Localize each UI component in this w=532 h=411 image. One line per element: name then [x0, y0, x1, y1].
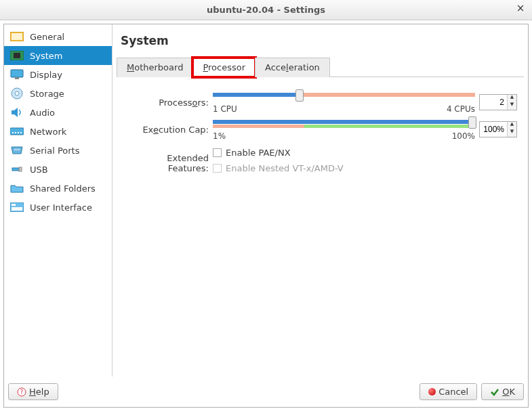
- checkbox-icon: [213, 164, 222, 173]
- spin-down-button[interactable]: ▼: [508, 102, 516, 110]
- svg-rect-3: [14, 53, 20, 58]
- svg-rect-9: [10, 128, 24, 135]
- sidebar-item-label: Network: [30, 127, 66, 137]
- enable-pae-nx-checkbox[interactable]: Enable PAE/NX: [213, 148, 517, 158]
- checkbox-icon: [213, 148, 222, 157]
- svg-marker-8: [12, 108, 18, 117]
- window-title: ubuntu-20.04 - Settings: [207, 5, 325, 15]
- processors-slider[interactable]: 1 CPU 4 CPUs: [213, 91, 475, 114]
- svg-rect-4: [11, 70, 23, 77]
- settings-window: ubuntu-20.04 - Settings × General System: [0, 0, 532, 411]
- processors-value-input[interactable]: [480, 95, 507, 110]
- svg-rect-10: [12, 132, 14, 133]
- sidebar-item-storage[interactable]: Storage: [4, 84, 112, 103]
- sidebar-item-general[interactable]: General: [4, 27, 112, 46]
- cancel-label: Cancel: [438, 387, 468, 397]
- svg-point-7: [15, 91, 19, 95]
- checkbox-label: Enable PAE/NX: [226, 148, 291, 158]
- sidebar-item-shared-folders[interactable]: Shared Folders: [4, 179, 112, 198]
- svg-rect-12: [18, 132, 19, 133]
- user-interface-icon: [9, 202, 24, 213]
- help-icon: ?: [17, 387, 26, 397]
- serial-ports-icon: [9, 145, 24, 156]
- tab-processor[interactable]: Processor: [192, 58, 255, 77]
- exec-cap-max-label: 100%: [452, 131, 475, 141]
- main-panel: System Motherboard Processor Acceleratio…: [112, 24, 528, 376]
- execution-cap-spinbox[interactable]: ▲ ▼: [479, 121, 517, 137]
- cancel-icon: [428, 388, 436, 395]
- tab-motherboard[interactable]: Motherboard: [117, 58, 193, 77]
- sidebar-item-display[interactable]: Display: [4, 65, 112, 84]
- sidebar-item-system[interactable]: System: [4, 46, 112, 65]
- sidebar-item-label: USB: [30, 165, 48, 175]
- svg-rect-1: [12, 33, 22, 40]
- svg-rect-19: [19, 167, 22, 171]
- ok-button[interactable]: OK: [481, 383, 524, 400]
- sidebar-item-network[interactable]: Network: [4, 122, 112, 141]
- exec-cap-min-label: 1%: [213, 131, 226, 141]
- titlebar: ubuntu-20.04 - Settings ×: [0, 0, 532, 20]
- extended-features-label: Extended Features:: [123, 153, 213, 173]
- page-title: System: [121, 34, 524, 47]
- sidebar-item-label: Display: [30, 70, 62, 80]
- svg-text:?: ?: [20, 389, 24, 395]
- sidebar-item-usb[interactable]: USB: [4, 160, 112, 179]
- settings-sidebar: General System Display: [4, 24, 112, 376]
- shared-folders-icon: [9, 183, 24, 194]
- sidebar-item-label: System: [30, 51, 62, 61]
- svg-point-17: [18, 149, 20, 150]
- extended-features-row: Extended Features: Enable PAE/NX Enable …: [123, 148, 517, 179]
- processors-max-label: 4 CPUs: [447, 104, 475, 114]
- checkbox-label: Enable Nested VT-x/AMD-V: [226, 163, 344, 173]
- sidebar-item-serial-ports[interactable]: Serial Ports: [4, 141, 112, 160]
- tabs-row: Motherboard Processor Acceleration: [117, 57, 524, 77]
- sidebar-item-audio[interactable]: Audio: [4, 103, 112, 122]
- dialog-footer: ? Help Cancel OK: [4, 376, 528, 407]
- cancel-button[interactable]: Cancel: [420, 383, 477, 400]
- sidebar-item-label: General: [30, 32, 64, 42]
- network-icon: [9, 126, 24, 137]
- ok-icon: [490, 387, 499, 397]
- sidebar-item-label: Audio: [30, 108, 55, 118]
- window-close-button[interactable]: ×: [514, 3, 527, 15]
- usb-icon: [9, 164, 24, 175]
- general-icon: [9, 31, 24, 42]
- upper-area: General System Display: [4, 24, 528, 376]
- enable-nested-vt-checkbox: Enable Nested VT-x/AMD-V: [213, 163, 517, 173]
- slider-thumb[interactable]: [295, 89, 304, 102]
- spin-down-button[interactable]: ▼: [508, 129, 516, 137]
- svg-point-15: [14, 149, 16, 150]
- execution-cap-slider[interactable]: 1% 100%: [213, 118, 475, 141]
- display-icon: [9, 69, 24, 80]
- svg-rect-11: [15, 132, 16, 133]
- audio-icon: [9, 107, 24, 118]
- content-area: General System Display: [3, 24, 529, 408]
- sidebar-item-label: Storage: [30, 89, 64, 99]
- sidebar-item-label: Serial Ports: [30, 146, 79, 156]
- processors-label: Processors:: [123, 98, 213, 108]
- svg-point-16: [16, 149, 18, 150]
- svg-rect-13: [20, 132, 22, 133]
- tab-acceleration[interactable]: Acceleration: [255, 58, 330, 77]
- help-button[interactable]: ? Help: [8, 383, 58, 400]
- slider-thumb[interactable]: [468, 116, 476, 129]
- processors-row: Processors: 1 CPU 4 CPUs: [123, 91, 517, 114]
- processors-spinbox[interactable]: ▲ ▼: [479, 94, 517, 110]
- execution-cap-row: Execution Cap: 1% 100%: [123, 118, 517, 141]
- processors-min-label: 1 CPU: [213, 104, 237, 114]
- execution-cap-label: Execution Cap:: [123, 125, 213, 135]
- svg-rect-21: [12, 204, 16, 206]
- execution-cap-value-input[interactable]: [480, 122, 507, 137]
- storage-icon: [9, 88, 24, 99]
- svg-rect-18: [12, 168, 19, 171]
- sidebar-item-label: Shared Folders: [30, 183, 96, 194]
- system-icon: [9, 50, 24, 61]
- sidebar-item-user-interface[interactable]: User Interface: [4, 198, 112, 217]
- svg-rect-22: [12, 207, 22, 211]
- svg-rect-5: [15, 77, 19, 79]
- tab-processor-body: Processors: 1 CPU 4 CPUs: [117, 77, 524, 196]
- sidebar-item-label: User Interface: [30, 202, 92, 213]
